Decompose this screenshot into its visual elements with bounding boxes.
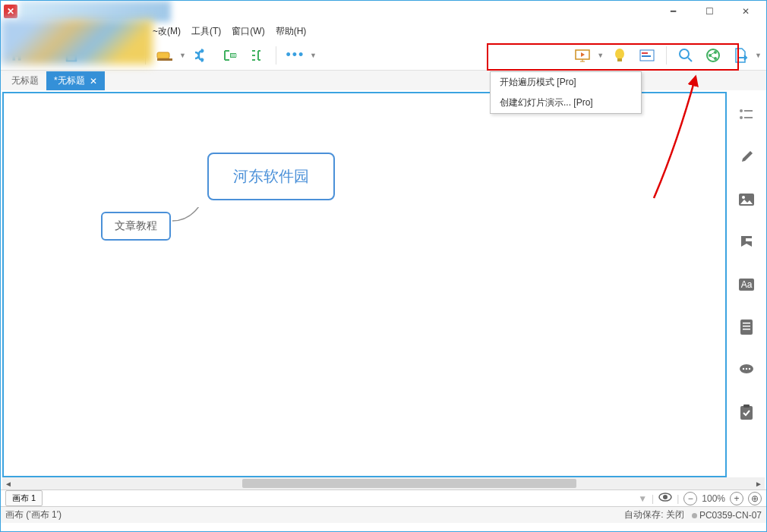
svg-point-19 [740, 116, 743, 119]
more-button[interactable]: ••• [284, 44, 307, 67]
separator: | [652, 493, 654, 504]
image-icon[interactable] [737, 190, 756, 209]
status-canvas: 画布 ('画布 1') [5, 508, 62, 521]
scroll-left-icon[interactable]: ◄ [2, 477, 14, 490]
app-icon: ✕ [4, 5, 17, 18]
text-icon[interactable]: Aa [737, 275, 756, 294]
svg-rect-35 [743, 405, 750, 408]
svg-point-37 [663, 495, 668, 499]
svg-point-7 [615, 49, 624, 59]
scroll-right-icon[interactable]: ► [753, 477, 765, 490]
dropdown-icon[interactable]: ▼ [755, 52, 762, 59]
svg-rect-5 [231, 54, 237, 57]
maximize-button[interactable]: ☐ [698, 4, 721, 19]
scroll-thumb[interactable] [242, 479, 576, 488]
zoom-out-button[interactable]: − [683, 492, 697, 505]
dropdown-icon[interactable]: ▼ [597, 52, 604, 59]
svg-point-22 [742, 196, 745, 199]
svg-rect-4 [157, 58, 172, 61]
svg-rect-8 [617, 58, 622, 61]
relationship-button[interactable] [191, 44, 213, 67]
tabbar: 无标题 *无标题✕ [1, 71, 766, 90]
svg-rect-26 [740, 320, 753, 335]
svg-rect-18 [744, 110, 753, 112]
svg-point-31 [743, 368, 744, 370]
svg-point-17 [740, 109, 743, 112]
tab-untitled-2[interactable]: *无标题✕ [46, 71, 105, 90]
svg-rect-29 [743, 329, 750, 330]
side-panel: Aa [727, 90, 766, 477]
dropdown-icon[interactable]: ▼ [179, 52, 186, 59]
blurred-button[interactable] [33, 44, 55, 67]
separator [276, 46, 276, 65]
export-button[interactable] [729, 44, 752, 67]
task-icon[interactable] [737, 403, 756, 421]
notes-icon[interactable] [737, 318, 756, 336]
fit-button[interactable]: ⊕ [748, 492, 762, 505]
filter-icon[interactable]: ▼ [638, 493, 647, 504]
zoom-button[interactable] [674, 44, 697, 67]
main-topic-node[interactable]: 河东软件园 [207, 153, 335, 200]
blurred-button-2[interactable] [87, 44, 110, 67]
svg-rect-27 [743, 323, 750, 324]
svg-rect-3 [157, 52, 169, 58]
separator: | [677, 493, 679, 504]
separator [666, 46, 667, 65]
gantt-button[interactable] [636, 44, 658, 67]
menu-help[interactable]: 帮助(H) [276, 25, 307, 38]
sheet-bar: 画布 1 ▼ | | − 100% + ⊕ [1, 490, 766, 506]
idea-button[interactable] [608, 44, 631, 67]
boundary-button[interactable] [218, 44, 241, 67]
summary-button[interactable] [245, 44, 268, 67]
comments-icon[interactable] [737, 360, 756, 379]
svg-text:Aa: Aa [741, 279, 753, 290]
canvas[interactable]: 河东软件园 文章教程 [2, 92, 727, 477]
svg-rect-34 [740, 406, 753, 420]
horizontal-scrollbar[interactable]: ◄ ► [2, 477, 765, 490]
close-icon[interactable]: ✕ [90, 76, 97, 87]
menu-modify[interactable]: ~改(M) [153, 25, 181, 38]
menu-tools[interactable]: 工具(T) [191, 25, 221, 38]
marker-icon[interactable] [737, 233, 756, 251]
toolbar: ▼ ••• ▼ ▼ ▼ [1, 40, 766, 71]
dropdown-icon[interactable]: ▼ [310, 52, 317, 59]
share-button[interactable] [702, 44, 724, 67]
status-bar: 画布 ('画布 1') 自动保存: 关闭 PC0359-CN-07 [1, 506, 766, 523]
svg-rect-28 [743, 326, 750, 327]
menu-slideshow[interactable]: 创建幻灯片演示... [Pro] [491, 93, 641, 113]
blurred-button-3[interactable] [115, 44, 137, 67]
svg-point-33 [749, 368, 750, 370]
scroll-track[interactable] [14, 477, 753, 490]
close-button[interactable]: ✕ [734, 4, 757, 19]
visibility-icon[interactable] [658, 493, 672, 504]
format-icon[interactable] [737, 148, 756, 166]
canvas-area: 河东软件园 文章教程 Aa [1, 90, 766, 477]
presentation-dropdown: 开始遍历模式 [Pro] 创建幻灯片演示... [Pro] [490, 71, 642, 114]
topic-button[interactable] [153, 44, 176, 67]
svg-point-12 [680, 49, 689, 58]
tab-untitled-1[interactable]: 无标题 [4, 71, 46, 90]
svg-rect-20 [744, 117, 753, 118]
zoom-in-button[interactable]: + [730, 492, 743, 505]
sub-topic-node[interactable]: 文章教程 [101, 212, 171, 241]
menu-walkthrough[interactable]: 开始遍历模式 [Pro] [491, 72, 641, 93]
status-pc: PC0359-CN-07 [692, 510, 762, 521]
menubar: ~改(M) 工具(T) 窗口(W) 帮助(H) [1, 22, 766, 40]
svg-rect-10 [642, 52, 648, 54]
outline-icon[interactable] [737, 105, 756, 124]
sheet-tab[interactable]: 画布 1 [5, 490, 43, 506]
svg-point-32 [746, 368, 747, 370]
status-autosave: 自动保存: 关闭 [624, 508, 684, 521]
presentation-button[interactable] [571, 44, 594, 67]
svg-rect-23 [746, 238, 752, 241]
node-connector [172, 207, 218, 238]
minimize-button[interactable]: ━ [661, 4, 684, 19]
zoom-level: 100% [702, 493, 725, 504]
menu-window[interactable]: 窗口(W) [232, 25, 264, 38]
svg-rect-11 [642, 55, 651, 57]
